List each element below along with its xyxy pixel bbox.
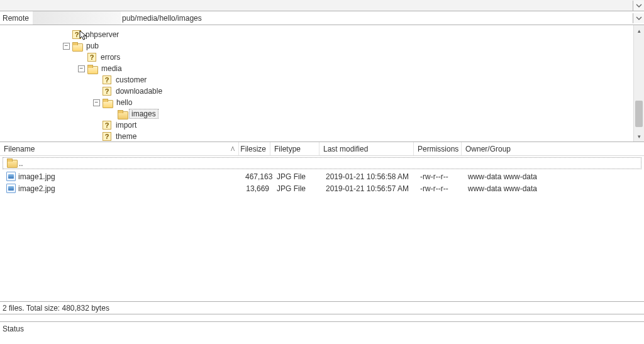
column-header-filename[interactable]: Filename ᐱ bbox=[0, 142, 239, 155]
unknown-folder-icon: ? bbox=[103, 87, 111, 96]
file-modified: 2019-01-21 10:56:57 AM bbox=[322, 184, 416, 193]
file-permissions: -rw-r--r-- bbox=[416, 172, 464, 181]
collapse-icon[interactable]: − bbox=[93, 99, 100, 106]
remote-path-bar[interactable]: Remote pub/media/hello/images bbox=[0, 11, 644, 25]
parent-directory-row[interactable]: .. bbox=[3, 157, 641, 169]
tree-label: images bbox=[130, 109, 158, 118]
unknown-folder-icon: ? bbox=[87, 53, 96, 62]
column-header-filesize[interactable]: Filesize bbox=[239, 142, 270, 155]
top-dropdown[interactable] bbox=[0, 0, 644, 11]
column-label: Filesize bbox=[240, 145, 266, 153]
column-label: Filename bbox=[4, 145, 35, 153]
folder-icon bbox=[118, 110, 127, 118]
tree-label: import bbox=[114, 121, 138, 130]
tree-label: theme bbox=[114, 132, 138, 141]
tree-item-downloadable[interactable]: ? downloadable bbox=[63, 86, 644, 97]
file-row[interactable]: image1.jpg 467,163 JPG File 2019-01-21 1… bbox=[3, 170, 641, 182]
tree-label: downloadable bbox=[114, 87, 164, 96]
file-list-header: Filename ᐱ Filesize Filetype Last modifi… bbox=[0, 142, 644, 156]
unknown-folder-icon: ? bbox=[72, 30, 81, 39]
file-name: image2.jpg bbox=[18, 184, 55, 193]
scroll-thumb[interactable] bbox=[635, 101, 643, 127]
column-label: Filetype bbox=[274, 145, 301, 153]
dropdown-chevron-icon[interactable] bbox=[633, 1, 644, 11]
file-type: JPG File bbox=[273, 184, 322, 193]
tree-label: errors bbox=[99, 53, 122, 62]
tree-item-phpserver[interactable]: ? phpserver bbox=[63, 29, 644, 40]
file-type: JPG File bbox=[273, 172, 322, 181]
collapse-icon[interactable]: − bbox=[63, 43, 70, 50]
folder-open-icon bbox=[87, 65, 97, 73]
remote-file-list: Filename ᐱ Filesize Filetype Last modifi… bbox=[0, 142, 644, 302]
tree-label: pub bbox=[84, 42, 101, 50]
folder-icon bbox=[7, 158, 16, 168]
status-label: Status bbox=[3, 325, 24, 333]
tree-label: hello bbox=[114, 98, 134, 107]
image-file-icon bbox=[6, 184, 16, 193]
tree-item-errors[interactable]: ? errors bbox=[63, 52, 644, 63]
unknown-folder-icon: ? bbox=[103, 75, 111, 84]
status-text: 2 files. Total size: 480,832 bytes bbox=[3, 304, 109, 313]
unknown-folder-icon: ? bbox=[103, 132, 111, 141]
file-name: .. bbox=[19, 159, 23, 168]
file-owner: www-data www-data bbox=[464, 184, 571, 193]
file-list-body[interactable]: .. image1.jpg 467,163 JPG File 2019-01-2… bbox=[0, 156, 644, 301]
column-header-modified[interactable]: Last modified bbox=[319, 142, 414, 155]
scroll-up-icon[interactable]: ▴ bbox=[634, 25, 644, 36]
remote-host-hidden bbox=[33, 11, 121, 25]
tree-label: media bbox=[99, 64, 124, 73]
transfer-queue-pane[interactable] bbox=[0, 314, 644, 322]
sort-asc-icon: ᐱ bbox=[226, 146, 235, 152]
file-row[interactable]: image2.jpg 13,669 JPG File 2019-01-21 10… bbox=[3, 182, 641, 194]
file-modified: 2019-01-21 10:56:58 AM bbox=[322, 172, 416, 181]
path-dropdown-chevron-icon[interactable] bbox=[633, 13, 644, 23]
scroll-down-icon[interactable]: ▾ bbox=[634, 131, 644, 141]
tree-scrollbar[interactable]: ▴ ▾ bbox=[633, 25, 644, 141]
image-file-icon bbox=[6, 172, 16, 181]
tree-label: phpserver bbox=[84, 30, 121, 39]
file-size: 467,163 bbox=[242, 172, 273, 181]
column-header-owner[interactable]: Owner/Group bbox=[462, 142, 644, 155]
file-list-status: 2 files. Total size: 480,832 bytes bbox=[0, 302, 644, 314]
tree-item-images[interactable]: images bbox=[63, 108, 644, 119]
column-header-permissions[interactable]: Permissions bbox=[414, 142, 462, 155]
remote-tree-pane[interactable]: ? phpserver − pub ? errors − media ? cus… bbox=[0, 25, 644, 142]
tree-label: customer bbox=[114, 75, 148, 84]
tree-item-hello[interactable]: − hello bbox=[63, 97, 644, 108]
tree-item-import[interactable]: ? import bbox=[63, 119, 644, 131]
column-label: Owner/Group bbox=[465, 145, 511, 153]
column-label: Permissions bbox=[418, 145, 458, 153]
bottom-status-bar: Status bbox=[0, 322, 644, 341]
tree-item-pub[interactable]: − pub bbox=[63, 40, 644, 52]
remote-site-label: Remote bbox=[0, 14, 33, 23]
folder-open-icon bbox=[103, 99, 112, 107]
unknown-folder-icon: ? bbox=[103, 121, 111, 130]
file-name: image1.jpg bbox=[18, 172, 55, 181]
tree-item-theme[interactable]: ? theme bbox=[63, 131, 644, 142]
file-size: 13,669 bbox=[242, 184, 273, 193]
column-header-filetype[interactable]: Filetype bbox=[270, 142, 319, 155]
column-label: Last modified bbox=[323, 145, 368, 153]
remote-path: pub/media/hello/images bbox=[121, 14, 202, 23]
collapse-icon[interactable]: − bbox=[78, 65, 85, 72]
file-owner: www-data www-data bbox=[464, 172, 571, 181]
tree-item-customer[interactable]: ? customer bbox=[63, 74, 644, 86]
tree-item-media[interactable]: − media bbox=[63, 63, 644, 74]
folder-open-icon bbox=[72, 42, 82, 50]
file-permissions: -rw-r--r-- bbox=[416, 184, 464, 193]
